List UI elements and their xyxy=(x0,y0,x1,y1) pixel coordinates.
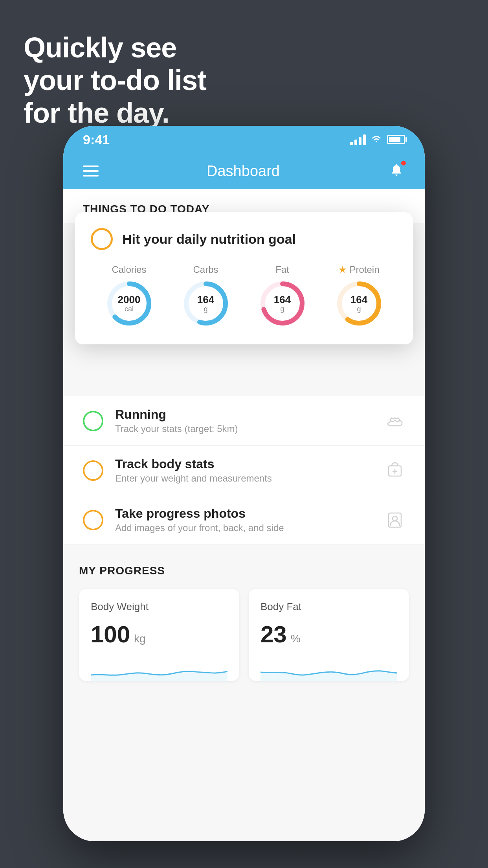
progress-section: MY PROGRESS Body Weight 100 kg xyxy=(63,545,425,693)
calories-unit: cal xyxy=(118,305,141,313)
body-fat-title: Body Fat xyxy=(261,601,397,613)
hero-line1: Quickly see xyxy=(24,31,206,64)
shoe-icon xyxy=(385,411,405,431)
running-subtitle: Track your stats (target: 5km) xyxy=(115,423,385,434)
hero-line3: for the day. xyxy=(24,97,206,129)
carbs-donut: 164 g xyxy=(182,280,229,327)
nutrition-carbs: Carbs 164 g xyxy=(182,264,229,327)
nutrition-calories: Calories 2000 cal xyxy=(106,264,153,327)
signal-icon xyxy=(350,134,366,145)
notification-badge xyxy=(400,160,407,166)
body-stats-subtitle: Enter your weight and measurements xyxy=(115,473,385,484)
svg-point-12 xyxy=(393,516,397,521)
progress-cards: Body Weight 100 kg xyxy=(79,589,409,681)
fat-unit: g xyxy=(274,305,291,313)
status-time: 9:41 xyxy=(83,132,110,147)
body-weight-chart xyxy=(91,657,227,681)
protein-value: 164 xyxy=(350,294,367,305)
nutrition-row: Calories 2000 cal xyxy=(91,264,397,327)
body-weight-unit: kg xyxy=(134,633,146,645)
protein-label-row: ★ Protein xyxy=(338,264,379,275)
photos-text: Take progress photos Add images of your … xyxy=(115,506,385,533)
protein-unit: g xyxy=(350,305,367,313)
photos-check-circle[interactable] xyxy=(83,510,103,530)
hero-line2: your to-do list xyxy=(24,64,206,97)
nutrition-protein: ★ Protein 164 g xyxy=(336,264,383,327)
status-bar: 9:41 xyxy=(63,126,425,153)
phone-wrapper: 9:41 Dashboard xyxy=(63,126,425,841)
todo-item-running[interactable]: Running Track your stats (target: 5km) xyxy=(63,396,425,446)
body-stats-check-circle[interactable] xyxy=(83,460,103,481)
calories-donut: 2000 cal xyxy=(106,280,153,327)
fat-value: 164 xyxy=(274,294,291,305)
todo-item-body-stats[interactable]: Track body stats Enter your weight and m… xyxy=(63,446,425,495)
body-fat-value: 23 xyxy=(261,621,287,648)
carbs-label: Carbs xyxy=(193,264,218,275)
running-check-circle[interactable] xyxy=(83,411,103,431)
body-stats-title: Track body stats xyxy=(115,457,385,471)
nutrition-card-title: Hit your daily nutrition goal xyxy=(122,232,296,247)
todo-item-photos[interactable]: Take progress photos Add images of your … xyxy=(63,495,425,545)
person-icon xyxy=(385,510,405,530)
progress-heading: MY PROGRESS xyxy=(79,565,409,577)
phone-shell: 9:41 Dashboard xyxy=(63,126,425,841)
calories-label: Calories xyxy=(112,264,146,275)
app-content: THINGS TO DO TODAY Hit your daily nutrit… xyxy=(63,189,425,841)
body-stats-text: Track body stats Enter your weight and m… xyxy=(115,457,385,484)
body-weight-value-row: 100 kg xyxy=(91,621,227,648)
battery-icon xyxy=(387,135,405,144)
body-weight-card[interactable]: Body Weight 100 kg xyxy=(79,589,239,681)
running-text: Running Track your stats (target: 5km) xyxy=(115,407,385,434)
photos-title: Take progress photos xyxy=(115,506,385,521)
calories-value: 2000 xyxy=(118,294,141,305)
star-icon: ★ xyxy=(338,264,347,275)
fat-donut: 164 g xyxy=(259,280,306,327)
protein-donut: 164 g xyxy=(336,280,383,327)
body-fat-value-row: 23 % xyxy=(261,621,397,648)
nav-title: Dashboard xyxy=(207,163,280,180)
wifi-icon xyxy=(371,134,382,146)
body-fat-chart xyxy=(261,657,397,681)
running-title: Running xyxy=(115,407,385,422)
status-icons xyxy=(350,134,405,146)
carbs-value: 164 xyxy=(197,294,214,305)
protein-label: Protein xyxy=(349,264,379,275)
nutrition-fat: Fat 164 g xyxy=(259,264,306,327)
nutrition-card: Hit your daily nutrition goal Calories xyxy=(75,212,413,344)
body-fat-card[interactable]: Body Fat 23 % xyxy=(249,589,409,681)
body-fat-unit: % xyxy=(291,633,301,645)
hero-text: Quickly see your to-do list for the day. xyxy=(24,31,206,129)
hamburger-menu[interactable] xyxy=(83,166,99,177)
nav-bar: Dashboard xyxy=(63,153,425,189)
body-weight-title: Body Weight xyxy=(91,601,227,613)
nutrition-check-circle[interactable] xyxy=(91,228,113,250)
photos-subtitle: Add images of your front, back, and side xyxy=(115,522,385,533)
fat-label: Fat xyxy=(275,264,289,275)
todo-list: Running Track your stats (target: 5km) xyxy=(63,396,425,545)
card-header: Hit your daily nutrition goal xyxy=(91,228,397,250)
body-weight-value: 100 xyxy=(91,621,130,648)
notifications-button[interactable] xyxy=(388,162,405,180)
carbs-unit: g xyxy=(197,305,214,313)
scale-icon xyxy=(385,460,405,481)
